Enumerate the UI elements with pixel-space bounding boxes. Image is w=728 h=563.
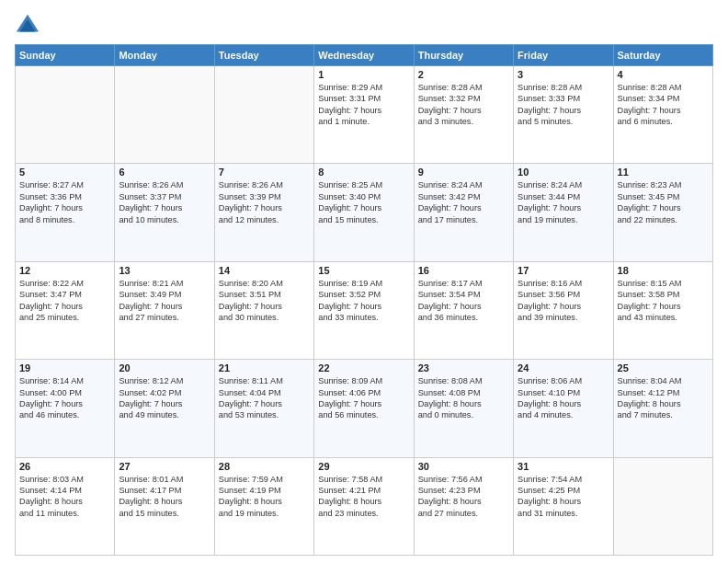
day-number: 22 (318, 362, 409, 373)
day-number: 5 (19, 167, 110, 178)
day-detail: Sunrise: 8:01 AMSunset: 4:17 PMDaylight:… (119, 474, 210, 520)
weekday-header-monday: Monday (115, 45, 214, 66)
calendar-cell: 19Sunrise: 8:14 AMSunset: 4:00 PMDayligh… (16, 360, 115, 457)
weekday-header-friday: Friday (514, 45, 613, 66)
calendar-cell: 23Sunrise: 8:08 AMSunset: 4:08 PMDayligh… (414, 360, 513, 457)
day-number: 13 (119, 265, 210, 276)
calendar-cell: 22Sunrise: 8:09 AMSunset: 4:06 PMDayligh… (314, 360, 414, 457)
day-number: 1 (318, 69, 409, 80)
calendar-cell: 5Sunrise: 8:27 AMSunset: 3:36 PMDaylight… (16, 164, 115, 261)
calendar-cell: 4Sunrise: 8:28 AMSunset: 3:34 PMDaylight… (613, 66, 712, 164)
day-detail: Sunrise: 8:22 AMSunset: 3:47 PMDaylight:… (19, 278, 110, 324)
day-number: 21 (219, 362, 310, 373)
day-number: 14 (219, 265, 310, 276)
week-row-1: 1Sunrise: 8:29 AMSunset: 3:31 PMDaylight… (16, 66, 713, 164)
day-number: 18 (618, 265, 709, 276)
calendar-cell: 13Sunrise: 8:21 AMSunset: 3:49 PMDayligh… (115, 261, 214, 359)
day-number: 29 (318, 461, 409, 472)
day-detail: Sunrise: 8:28 AMSunset: 3:34 PMDaylight:… (618, 82, 709, 128)
day-detail: Sunrise: 8:27 AMSunset: 3:36 PMDaylight:… (19, 179, 110, 225)
page: SundayMondayTuesdayWednesdayThursdayFrid… (0, 0, 728, 563)
day-detail: Sunrise: 7:54 AMSunset: 4:25 PMDaylight:… (518, 474, 609, 520)
calendar-cell: 30Sunrise: 7:56 AMSunset: 4:23 PMDayligh… (414, 457, 513, 555)
day-detail: Sunrise: 8:12 AMSunset: 4:02 PMDaylight:… (119, 375, 210, 421)
calendar-cell: 15Sunrise: 8:19 AMSunset: 3:52 PMDayligh… (314, 261, 414, 359)
day-number: 16 (418, 265, 509, 276)
calendar-cell: 11Sunrise: 8:23 AMSunset: 3:45 PMDayligh… (613, 164, 712, 261)
day-number: 30 (418, 461, 509, 472)
calendar-cell: 31Sunrise: 7:54 AMSunset: 4:25 PMDayligh… (514, 457, 613, 555)
day-number: 8 (318, 167, 409, 178)
calendar-cell: 2Sunrise: 8:28 AMSunset: 3:32 PMDaylight… (414, 66, 513, 164)
day-detail: Sunrise: 8:20 AMSunset: 3:51 PMDaylight:… (219, 278, 310, 324)
week-row-5: 26Sunrise: 8:03 AMSunset: 4:14 PMDayligh… (16, 457, 713, 555)
calendar-cell: 28Sunrise: 7:59 AMSunset: 4:19 PMDayligh… (214, 457, 313, 555)
calendar-cell: 12Sunrise: 8:22 AMSunset: 3:47 PMDayligh… (16, 261, 115, 359)
calendar-cell (214, 66, 313, 164)
day-detail: Sunrise: 8:23 AMSunset: 3:45 PMDaylight:… (618, 179, 709, 225)
calendar-cell: 21Sunrise: 8:11 AMSunset: 4:04 PMDayligh… (214, 360, 313, 457)
weekday-header-wednesday: Wednesday (314, 45, 414, 66)
calendar-cell: 27Sunrise: 8:01 AMSunset: 4:17 PMDayligh… (115, 457, 214, 555)
calendar-cell: 20Sunrise: 8:12 AMSunset: 4:02 PMDayligh… (115, 360, 214, 457)
day-number: 4 (618, 69, 709, 80)
calendar-cell (613, 457, 712, 555)
day-detail: Sunrise: 8:26 AMSunset: 3:39 PMDaylight:… (219, 179, 310, 225)
day-detail: Sunrise: 8:08 AMSunset: 4:08 PMDaylight:… (418, 375, 509, 421)
header (15, 11, 713, 37)
calendar-cell: 24Sunrise: 8:06 AMSunset: 4:10 PMDayligh… (514, 360, 613, 457)
day-number: 6 (119, 167, 210, 178)
day-number: 25 (618, 362, 709, 373)
weekday-header-saturday: Saturday (613, 45, 712, 66)
day-number: 15 (318, 265, 409, 276)
calendar-cell: 7Sunrise: 8:26 AMSunset: 3:39 PMDaylight… (214, 164, 313, 261)
day-number: 17 (518, 265, 609, 276)
day-detail: Sunrise: 8:29 AMSunset: 3:31 PMDaylight:… (318, 82, 409, 128)
day-detail: Sunrise: 8:26 AMSunset: 3:37 PMDaylight:… (119, 179, 210, 225)
day-detail: Sunrise: 8:24 AMSunset: 3:44 PMDaylight:… (518, 179, 609, 225)
day-number: 12 (19, 265, 110, 276)
logo (15, 11, 44, 37)
day-detail: Sunrise: 7:58 AMSunset: 4:21 PMDaylight:… (318, 474, 409, 520)
day-number: 31 (518, 461, 609, 472)
calendar-cell (115, 66, 214, 164)
day-number: 11 (618, 167, 709, 178)
weekday-row: SundayMondayTuesdayWednesdayThursdayFrid… (16, 45, 713, 66)
logo-icon (15, 11, 40, 37)
calendar-cell: 1Sunrise: 8:29 AMSunset: 3:31 PMDaylight… (314, 66, 414, 164)
calendar-cell: 16Sunrise: 8:17 AMSunset: 3:54 PMDayligh… (414, 261, 513, 359)
day-detail: Sunrise: 8:21 AMSunset: 3:49 PMDaylight:… (119, 278, 210, 324)
day-number: 28 (219, 461, 310, 472)
day-detail: Sunrise: 7:56 AMSunset: 4:23 PMDaylight:… (418, 474, 509, 520)
calendar-cell: 29Sunrise: 7:58 AMSunset: 4:21 PMDayligh… (314, 457, 414, 555)
day-detail: Sunrise: 8:06 AMSunset: 4:10 PMDaylight:… (518, 375, 609, 421)
week-row-4: 19Sunrise: 8:14 AMSunset: 4:00 PMDayligh… (16, 360, 713, 457)
day-number: 20 (119, 362, 210, 373)
calendar-cell (16, 66, 115, 164)
day-detail: Sunrise: 8:03 AMSunset: 4:14 PMDaylight:… (19, 474, 110, 520)
day-number: 27 (119, 461, 210, 472)
day-detail: Sunrise: 8:28 AMSunset: 3:33 PMDaylight:… (518, 82, 609, 128)
day-detail: Sunrise: 8:14 AMSunset: 4:00 PMDaylight:… (19, 375, 110, 421)
day-number: 24 (518, 362, 609, 373)
weekday-header-thursday: Thursday (414, 45, 513, 66)
day-detail: Sunrise: 8:04 AMSunset: 4:12 PMDaylight:… (618, 375, 709, 421)
day-number: 3 (518, 69, 609, 80)
week-row-2: 5Sunrise: 8:27 AMSunset: 3:36 PMDaylight… (16, 164, 713, 261)
weekday-header-tuesday: Tuesday (214, 45, 313, 66)
weekday-header-sunday: Sunday (16, 45, 115, 66)
day-detail: Sunrise: 8:09 AMSunset: 4:06 PMDaylight:… (318, 375, 409, 421)
day-detail: Sunrise: 7:59 AMSunset: 4:19 PMDaylight:… (219, 474, 310, 520)
day-number: 26 (19, 461, 110, 472)
calendar-cell: 8Sunrise: 8:25 AMSunset: 3:40 PMDaylight… (314, 164, 414, 261)
calendar-cell: 6Sunrise: 8:26 AMSunset: 3:37 PMDaylight… (115, 164, 214, 261)
calendar-cell: 17Sunrise: 8:16 AMSunset: 3:56 PMDayligh… (514, 261, 613, 359)
day-detail: Sunrise: 8:19 AMSunset: 3:52 PMDaylight:… (318, 278, 409, 324)
day-number: 7 (219, 167, 310, 178)
calendar-cell: 9Sunrise: 8:24 AMSunset: 3:42 PMDaylight… (414, 164, 513, 261)
calendar-cell: 18Sunrise: 8:15 AMSunset: 3:58 PMDayligh… (613, 261, 712, 359)
day-number: 23 (418, 362, 509, 373)
calendar-cell: 14Sunrise: 8:20 AMSunset: 3:51 PMDayligh… (214, 261, 313, 359)
day-number: 9 (418, 167, 509, 178)
calendar: SundayMondayTuesdayWednesdayThursdayFrid… (15, 44, 713, 556)
